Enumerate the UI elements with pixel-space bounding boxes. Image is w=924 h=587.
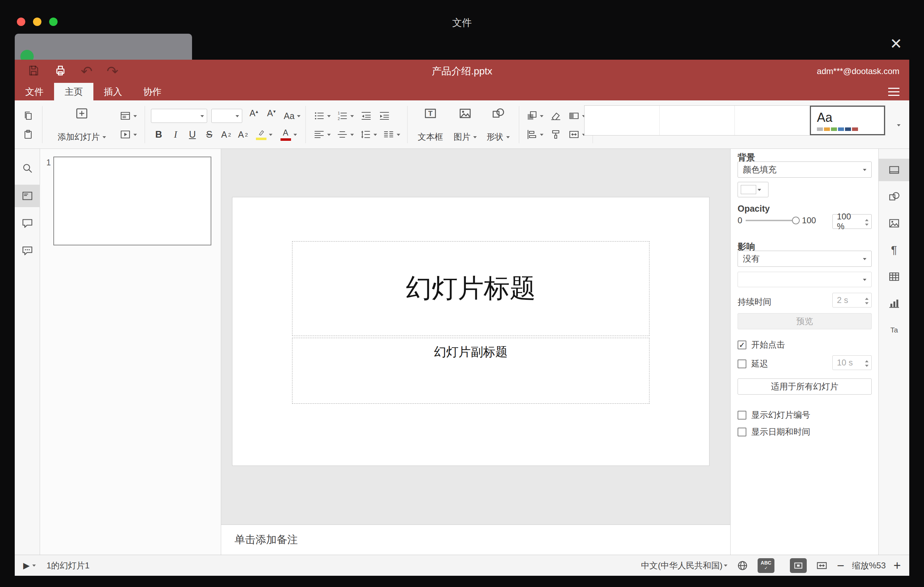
change-case-button[interactable]: Aa	[281, 108, 303, 124]
delay-checkbox-row[interactable]: 延迟	[738, 358, 768, 369]
start-slideshow-button[interactable]	[117, 127, 139, 142]
spellcheck-button[interactable]: ABC✓	[757, 558, 774, 573]
delay-input[interactable]: 10 s	[832, 355, 872, 370]
checkbox-unchecked[interactable]	[738, 428, 746, 436]
spinner-arrows[interactable]	[865, 217, 868, 228]
spinner-arrows[interactable]	[865, 296, 868, 306]
slide-settings-tab[interactable]	[879, 159, 909, 181]
spinner-arrows[interactable]	[865, 358, 868, 369]
language-selector[interactable]: 中文(中华人民共和国)	[641, 560, 728, 571]
hamburger-menu-icon[interactable]	[888, 88, 899, 96]
align-objects-button[interactable]	[525, 127, 545, 142]
font-color-button[interactable]: A	[277, 127, 300, 142]
start-on-click-checkbox-row[interactable]: ✓ 开始点击	[738, 339, 785, 350]
italic-button[interactable]: I	[168, 127, 183, 142]
font-size-combo[interactable]	[211, 109, 242, 123]
line-spacing-button[interactable]	[358, 127, 378, 142]
highlight-color-button[interactable]	[253, 127, 275, 142]
close-icon[interactable]: ✕	[890, 36, 902, 51]
background-color-picker[interactable]	[738, 182, 769, 197]
slide-thumbnail[interactable]	[53, 157, 211, 246]
table-settings-tab[interactable]	[879, 265, 909, 288]
title-placeholder[interactable]: 幻灯片标题	[292, 241, 650, 336]
subscript-button[interactable]: A2	[235, 127, 251, 142]
opacity-slider[interactable]	[746, 220, 798, 221]
paragraph-settings-tab[interactable]: ¶	[879, 239, 909, 261]
opacity-input[interactable]: 100 %	[832, 214, 872, 229]
decrease-font-size-button[interactable]: A▾	[263, 108, 279, 124]
comments-button[interactable]	[15, 212, 40, 234]
tab-file[interactable]: 文件	[15, 83, 54, 101]
fullscreen-traffic-light[interactable]	[49, 18, 58, 26]
preview-button[interactable]: 预览	[738, 313, 872, 329]
insert-textbox-button[interactable]: T 文本框	[414, 105, 447, 145]
print-button[interactable]	[54, 64, 67, 78]
font-name-combo[interactable]	[151, 109, 207, 123]
slides-panel-button[interactable]	[15, 185, 40, 207]
horizontal-align-button[interactable]	[312, 127, 332, 142]
opacity-slider-knob[interactable]	[792, 217, 800, 224]
tab-collaboration[interactable]: 协作	[133, 83, 172, 101]
slide-surface[interactable]: 幻灯片标题 幻灯片副标题	[233, 197, 709, 465]
superscript-button[interactable]: A2	[218, 127, 234, 142]
apply-to-all-slides-button[interactable]: 适用于所有幻灯片	[738, 378, 872, 395]
insert-image-button[interactable]: 图片	[450, 105, 480, 145]
user-email[interactable]: adm***@dootask.com	[817, 66, 909, 76]
effect-option-select[interactable]	[738, 272, 872, 287]
slide-layout-button[interactable]	[117, 108, 139, 124]
show-date-time-checkbox-row[interactable]: 显示日期和时间	[738, 426, 810, 437]
numbered-list-icon: 12	[337, 110, 348, 122]
paste-button[interactable]	[20, 127, 36, 142]
copy-style-button[interactable]	[548, 127, 564, 142]
duration-input[interactable]: 2 s	[832, 293, 872, 308]
search-button[interactable]	[15, 157, 40, 180]
theme-thumbnail-selected[interactable]: Aa	[810, 106, 885, 135]
notes-area[interactable]: 单击添加备注	[221, 524, 730, 555]
theme-gallery-expand-button[interactable]	[891, 117, 905, 133]
checkbox-checked[interactable]: ✓	[738, 341, 746, 349]
theme-thumbnail[interactable]	[584, 106, 660, 135]
close-traffic-light[interactable]	[17, 18, 25, 26]
tab-insert[interactable]: 插入	[93, 83, 133, 101]
zoom-level[interactable]: 缩放%53	[844, 560, 893, 571]
zoom-out-button[interactable]: −	[837, 559, 844, 572]
numbered-list-button[interactable]: 12	[335, 108, 355, 124]
insert-shape-button[interactable]: 形状	[483, 105, 513, 145]
image-settings-tab[interactable]	[879, 212, 909, 234]
tab-home[interactable]: 主页	[54, 83, 93, 101]
minimize-traffic-light[interactable]	[33, 18, 41, 26]
underline-button[interactable]: U	[185, 127, 200, 142]
background-fill-select[interactable]: 颜色填充	[738, 162, 872, 178]
chart-settings-tab[interactable]	[879, 292, 909, 315]
shape-settings-tab[interactable]	[879, 185, 909, 208]
bold-button[interactable]: B	[151, 127, 167, 142]
zoom-in-button[interactable]: +	[893, 559, 901, 572]
undo-button[interactable]: ↶	[81, 64, 93, 78]
increase-font-size-button[interactable]: A▴	[246, 108, 262, 124]
start-slideshow-statusbar-button[interactable]: ▶	[23, 561, 36, 571]
clear-style-button[interactable]	[548, 108, 564, 124]
theme-thumbnail[interactable]	[735, 106, 810, 135]
columns-button[interactable]	[381, 127, 402, 142]
redo-button[interactable]: ↷	[107, 64, 119, 78]
arrange-shapes-button[interactable]	[525, 108, 545, 124]
chat-button[interactable]	[15, 239, 40, 262]
subtitle-placeholder[interactable]: 幻灯片副标题	[292, 338, 650, 404]
copy-button[interactable]	[20, 108, 36, 124]
bullet-list-button[interactable]	[312, 108, 332, 124]
vertical-align-button[interactable]	[335, 127, 355, 142]
save-button[interactable]	[27, 64, 40, 78]
fit-to-slide-button[interactable]	[790, 558, 807, 573]
decrease-indent-button[interactable]	[358, 108, 374, 124]
checkbox-unchecked[interactable]	[738, 359, 746, 368]
strikethrough-button[interactable]: S	[201, 127, 217, 142]
document-language-button[interactable]	[736, 560, 749, 572]
fit-to-width-button[interactable]	[816, 560, 828, 572]
theme-thumbnail[interactable]	[660, 106, 735, 135]
add-slide-button[interactable]: 添加幻灯片	[48, 105, 115, 145]
textart-settings-tab[interactable]: Ta	[879, 319, 909, 341]
effect-select[interactable]: 没有	[738, 251, 872, 267]
checkbox-unchecked[interactable]	[738, 411, 746, 420]
increase-indent-button[interactable]	[376, 108, 393, 124]
show-slide-number-checkbox-row[interactable]: 显示幻灯片编号	[738, 409, 810, 420]
